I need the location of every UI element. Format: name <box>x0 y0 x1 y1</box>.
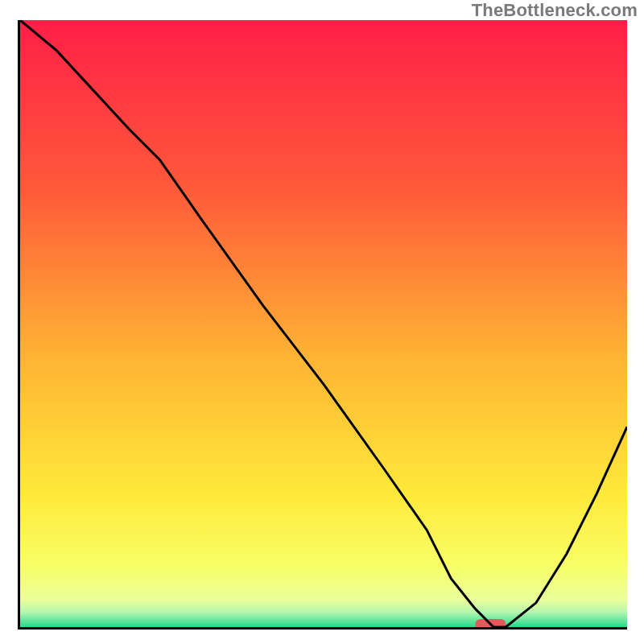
bottleneck-curve <box>20 20 627 627</box>
chart-canvas: TheBottleneck.com <box>0 0 644 644</box>
plot-area <box>18 20 627 630</box>
watermark-text: TheBottleneck.com <box>472 0 638 21</box>
